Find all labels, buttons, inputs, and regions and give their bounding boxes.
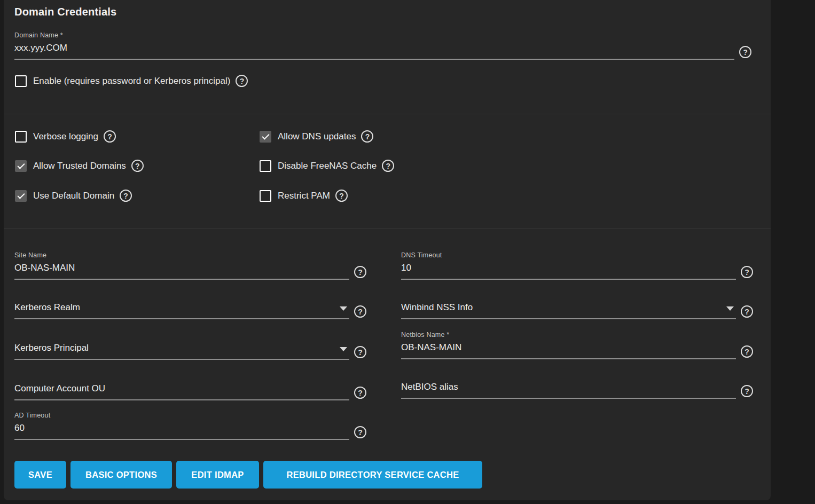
section-divider: [4, 114, 771, 114]
site-name-field: Site Name OB-NAS-MAIN ?: [14, 251, 366, 280]
winbind-nss-info-placeholder: Winbind NSS Info: [401, 302, 722, 313]
dns-timeout-input[interactable]: 10: [401, 263, 736, 280]
kerberos-principal-field: Kerberos Principal ?: [14, 343, 366, 360]
dns-timeout-value: 10: [401, 263, 736, 273]
checkbox-row-disable-freenas-cache[interactable]: Disable FreeNAS Cache ?: [260, 160, 394, 172]
use-default-domain-label: Use Default Domain: [33, 191, 114, 201]
allow-dns-updates-label: Allow DNS updates: [278, 131, 356, 142]
netbios-name-field: Netbios Name * OB-NAS-MAIN ?: [401, 331, 753, 359]
enable-checkbox[interactable]: [15, 75, 27, 87]
help-icon[interactable]: ?: [131, 160, 144, 172]
help-icon[interactable]: ?: [354, 387, 366, 399]
domain-name-value: xxx.yyy.COM: [14, 43, 734, 53]
netbios-name-label: Netbios Name *: [401, 331, 753, 339]
netbios-name-value: OB-NAS-MAIN: [401, 342, 736, 353]
kerberos-principal-placeholder: Kerberos Principal: [14, 343, 335, 353]
help-icon[interactable]: ?: [741, 345, 753, 358]
help-icon[interactable]: ?: [739, 46, 751, 58]
kerberos-realm-placeholder: Kerberos Realm: [14, 302, 335, 313]
disable-freenas-cache-label: Disable FreeNAS Cache: [278, 161, 377, 171]
dropdown-arrow-icon: [340, 347, 347, 351]
save-button[interactable]: SAVE: [14, 461, 66, 489]
help-icon[interactable]: ?: [236, 75, 248, 87]
winbind-nss-info-field: Winbind NSS Info ?: [401, 302, 753, 319]
site-name-label: Site Name: [14, 251, 366, 259]
action-buttons: SAVE BASIC OPTIONS EDIT IDMAP REBUILD DI…: [14, 461, 482, 489]
domain-name-label: Domain Name *: [14, 32, 751, 40]
page-title: Domain Credentials: [14, 6, 116, 18]
allow-trusted-domains-checkbox[interactable]: [15, 160, 27, 172]
computer-account-ou-placeholder: Computer Account OU: [14, 383, 349, 394]
site-name-input[interactable]: OB-NAS-MAIN: [14, 263, 349, 280]
help-icon[interactable]: ?: [741, 385, 753, 397]
checkbox-row-restrict-pam[interactable]: Restrict PAM ?: [260, 190, 348, 202]
computer-account-ou-field: Computer Account OU ?: [14, 383, 366, 400]
netbios-name-input[interactable]: OB-NAS-MAIN: [401, 342, 736, 359]
domain-credentials-panel: Domain Credentials Domain Name * xxx.yyy…: [4, 0, 771, 500]
verbose-logging-checkbox[interactable]: [15, 131, 27, 143]
allow-dns-updates-checkbox[interactable]: [260, 131, 271, 143]
restrict-pam-label: Restrict PAM: [278, 191, 330, 201]
help-icon[interactable]: ?: [354, 266, 366, 278]
active-directory-settings-page: { "title": "Domain Credentials", "icons"…: [0, 0, 815, 504]
netbios-alias-field: NetBIOS alias ?: [401, 382, 753, 399]
enable-label: Enable (requires password or Kerberos pr…: [33, 76, 230, 86]
checkbox-row-use-default-domain[interactable]: Use Default Domain ?: [15, 190, 132, 202]
restrict-pam-checkbox[interactable]: [260, 190, 271, 202]
enable-checkbox-row[interactable]: Enable (requires password or Kerberos pr…: [15, 75, 248, 87]
help-icon[interactable]: ?: [741, 266, 753, 278]
rebuild-directory-service-cache-button[interactable]: REBUILD DIRECTORY SERVICE CACHE: [263, 461, 482, 489]
site-name-value: OB-NAS-MAIN: [14, 263, 349, 273]
section-divider: [4, 229, 771, 229]
use-default-domain-checkbox[interactable]: [15, 190, 27, 202]
help-icon[interactable]: ?: [741, 305, 753, 318]
help-icon[interactable]: ?: [382, 160, 394, 172]
domain-name-field: Domain Name * xxx.yyy.COM ?: [14, 32, 751, 60]
dns-timeout-field: DNS Timeout 10 ?: [401, 251, 753, 280]
edit-idmap-button[interactable]: EDIT IDMAP: [176, 461, 259, 489]
computer-account-ou-input[interactable]: Computer Account OU: [14, 383, 349, 400]
disable-freenas-cache-checkbox[interactable]: [260, 160, 271, 172]
checkbox-row-allow-trusted-domains[interactable]: Allow Trusted Domains ?: [15, 160, 144, 172]
help-icon[interactable]: ?: [120, 190, 132, 202]
ad-timeout-input[interactable]: 60: [14, 423, 349, 440]
kerberos-realm-select[interactable]: Kerberos Realm: [14, 302, 349, 319]
allow-trusted-domains-label: Allow Trusted Domains: [33, 161, 126, 171]
kerberos-principal-select[interactable]: Kerberos Principal: [14, 343, 349, 360]
dropdown-arrow-icon: [726, 306, 734, 311]
netbios-alias-placeholder: NetBIOS alias: [401, 382, 736, 392]
help-icon[interactable]: ?: [104, 130, 116, 143]
dropdown-arrow-icon: [340, 306, 347, 311]
help-icon[interactable]: ?: [361, 130, 373, 143]
kerberos-realm-field: Kerberos Realm ?: [14, 302, 366, 319]
netbios-alias-input[interactable]: NetBIOS alias: [401, 382, 736, 399]
help-icon[interactable]: ?: [354, 426, 366, 438]
ad-timeout-field: AD Timeout 60 ?: [14, 412, 366, 440]
help-icon[interactable]: ?: [335, 190, 348, 202]
domain-name-input[interactable]: xxx.yyy.COM: [14, 43, 734, 60]
winbind-nss-info-select[interactable]: Winbind NSS Info: [401, 302, 736, 319]
dns-timeout-label: DNS Timeout: [401, 251, 753, 259]
verbose-logging-label: Verbose logging: [33, 131, 98, 142]
checkbox-row-verbose-logging[interactable]: Verbose logging ?: [15, 130, 116, 143]
ad-timeout-value: 60: [14, 423, 349, 434]
ad-timeout-label: AD Timeout: [14, 412, 366, 420]
basic-options-button[interactable]: BASIC OPTIONS: [70, 461, 172, 489]
help-icon[interactable]: ?: [354, 305, 366, 318]
help-icon[interactable]: ?: [354, 346, 366, 358]
checkbox-row-allow-dns-updates[interactable]: Allow DNS updates ?: [260, 130, 373, 143]
